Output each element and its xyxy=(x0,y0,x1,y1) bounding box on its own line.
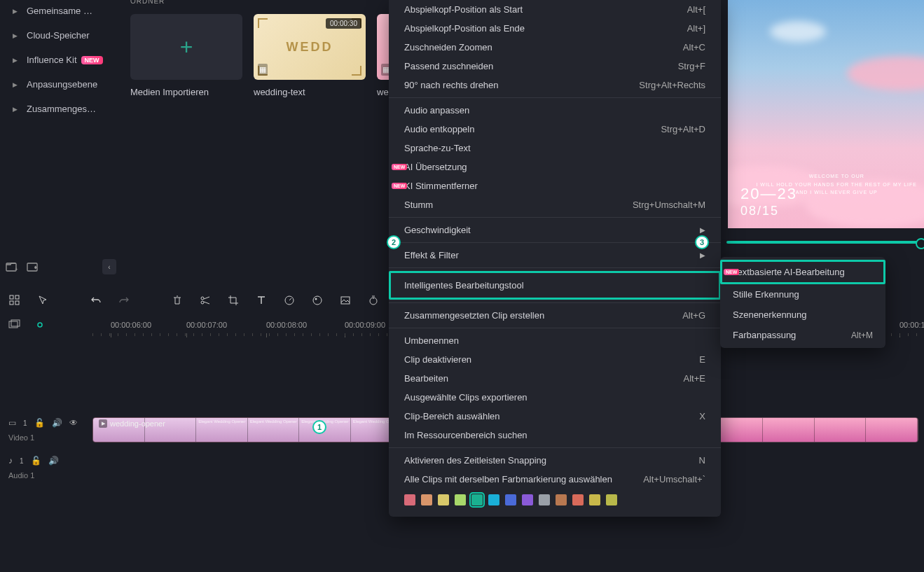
folder-move-icon[interactable] xyxy=(27,261,39,272)
play-icon: ▶ xyxy=(99,419,107,428)
media-heading: ORDNER xyxy=(130,0,165,5)
menu-item[interactable]: Sprache-zu-Text xyxy=(389,139,721,158)
menu-item[interactable]: Audio entkoppelnStrg+Alt+D xyxy=(389,120,721,139)
media-item-wedding-text[interactable]: WEDD 00:00:30 ▦ wedding-text xyxy=(254,14,366,97)
layers-icon[interactable] xyxy=(8,319,21,330)
mute-icon[interactable]: 🔊 xyxy=(48,456,59,466)
menu-item[interactable]: Ausgewählte Clips exportieren xyxy=(389,388,721,407)
svg-text:+: + xyxy=(15,266,18,272)
new-badge: NEW xyxy=(81,56,103,64)
menu-item[interactable]: 90° nach rechts drehenStrg+Alt+Rechts xyxy=(389,76,721,95)
color-swatch[interactable] xyxy=(488,494,499,505)
video-icon: ▭ xyxy=(8,418,16,428)
color-swatch[interactable] xyxy=(556,494,567,505)
folder-add-icon[interactable]: + xyxy=(6,261,18,272)
menu-item[interactable]: Umbenennen xyxy=(389,331,721,350)
menu-item[interactable]: Clip deaktivierenE xyxy=(389,350,721,369)
timer-icon[interactable] xyxy=(367,294,380,307)
svg-rect-3 xyxy=(10,295,13,299)
undo-icon[interactable] xyxy=(90,294,102,307)
preview-caption: WELCOME TO OUR I WILL HOLD YOUR HANDS FO… xyxy=(756,172,917,196)
menu-item[interactable]: Alle Clips mit derselben Farbmarkierung … xyxy=(389,470,721,489)
sidebar-item-influence[interactable]: ▶Influence KitNEW xyxy=(6,49,116,71)
sidebar-item-compound[interactable]: ▶Zusammenges… xyxy=(6,98,116,120)
menu-item[interactable]: Aktivieren des Zeitleisten SnappingN xyxy=(389,451,721,470)
menu-item[interactable]: Abspielkopf-Position als EndeAlt+] xyxy=(389,19,721,38)
menu-item[interactable]: Geschwindigkeit▶ xyxy=(389,221,721,239)
lock-icon[interactable]: 🔓 xyxy=(34,418,45,428)
chevron-right-icon: ▶ xyxy=(13,106,20,113)
color-swatch[interactable] xyxy=(606,494,617,505)
menu-item[interactable]: Abspielkopf-Position als StartAlt+[ xyxy=(389,0,721,19)
color-swatch[interactable] xyxy=(471,494,483,505)
scissors-icon[interactable] xyxy=(199,294,212,307)
svg-rect-5 xyxy=(10,301,13,305)
mute-icon[interactable]: 🔊 xyxy=(52,418,62,428)
color-swatch[interactable] xyxy=(438,494,449,505)
submenu-item[interactable]: NEWTextbasierte AI-Bearbeitung xyxy=(720,260,885,284)
lock-icon[interactable]: 🔓 xyxy=(31,456,41,466)
redo-icon[interactable] xyxy=(118,294,130,307)
plus-icon: + xyxy=(180,34,193,60)
cursor-icon[interactable] xyxy=(36,294,49,307)
audio-icon: ♪ xyxy=(8,456,13,466)
menu-item[interactable]: Zusammengesetzten Clip erstellenAlt+G xyxy=(389,306,721,325)
color-swatch[interactable] xyxy=(505,494,516,505)
text-icon[interactable] xyxy=(255,294,268,307)
menu-item[interactable]: StummStrg+Umschalt+M xyxy=(389,195,721,214)
color-swatch[interactable] xyxy=(455,494,466,505)
step-badge-2: 2 xyxy=(387,235,401,249)
svg-rect-14 xyxy=(9,321,18,328)
color-swatch[interactable] xyxy=(589,494,600,505)
duration-badge: 00:00:30 xyxy=(326,18,361,29)
menu-item[interactable]: Im Ressourcenbereich suchen xyxy=(389,426,721,445)
menu-item[interactable]: NEWAI Übersetzung xyxy=(389,158,721,176)
svg-point-7 xyxy=(201,297,204,300)
preview-date-2: 08/15 xyxy=(740,204,779,218)
color-swatch[interactable] xyxy=(539,494,550,505)
preview-panel[interactable]: 20—23 08/15 WELCOME TO OUR I WILL HOLD Y… xyxy=(728,0,924,228)
sidebar-footer: + ‹ xyxy=(6,259,116,274)
grid-icon[interactable] xyxy=(8,294,21,307)
frame-icon[interactable] xyxy=(339,294,352,307)
color-swatch[interactable] xyxy=(522,494,533,505)
svg-rect-12 xyxy=(341,297,350,304)
sidebar-item-shared[interactable]: ▶Gemeinsame … xyxy=(6,0,116,22)
chevron-right-icon: ▶ xyxy=(13,57,20,64)
menu-item[interactable]: Passend zuschneidenStrg+F xyxy=(389,57,721,76)
color-swatch[interactable] xyxy=(421,494,432,505)
submenu-item[interactable]: Stille Erkennung xyxy=(720,284,885,305)
submenu-item[interactable]: FarbanpassungAlt+M xyxy=(720,325,885,345)
crop-icon[interactable] xyxy=(227,294,240,307)
menu-item[interactable]: Effekt & Filter▶ xyxy=(389,246,721,265)
layers-icon: ▦ xyxy=(258,64,268,76)
submenu-item[interactable]: Szenenerkennung xyxy=(720,305,885,325)
svg-point-10 xyxy=(313,296,322,305)
trash-icon[interactable] xyxy=(171,294,184,307)
menu-item[interactable]: Intelligentes Bearbeitungstool xyxy=(389,271,721,300)
context-menu: Abspielkopf-Position als StartAlt+[Abspi… xyxy=(389,0,721,517)
timeline-header xyxy=(8,319,46,330)
color-icon[interactable] xyxy=(311,294,324,307)
chevron-right-icon: ▶ xyxy=(13,8,20,15)
step-badge-1: 1 xyxy=(312,420,326,434)
eye-icon[interactable]: 👁 xyxy=(69,418,78,428)
color-swatch[interactable] xyxy=(572,494,584,505)
menu-item[interactable]: Zuschneiden ZoomenAlt+C xyxy=(389,38,721,57)
speed-icon[interactable] xyxy=(283,294,296,307)
sidebar-item-adjustment[interactable]: ▶Anpasungsebene xyxy=(6,74,116,95)
chevron-right-icon: ▶ xyxy=(13,81,20,88)
color-swatch[interactable] xyxy=(404,494,415,505)
link-icon[interactable] xyxy=(34,319,46,330)
timeline-toolbar: ⋯ xyxy=(8,294,436,307)
menu-item[interactable]: Audio anpassen xyxy=(389,101,721,120)
media-import-card[interactable]: + Medien Importieren xyxy=(130,14,242,97)
sidebar-item-cloud[interactable]: ▶Cloud-Speicher xyxy=(6,25,116,46)
media-grid: + Medien Importieren WEDD 00:00:30 ▦ wed… xyxy=(130,14,391,97)
menu-item[interactable]: Clip-Bereich auswählenX xyxy=(389,407,721,426)
collapse-sidebar-button[interactable]: ‹ xyxy=(102,259,116,274)
menu-item[interactable]: NEWKI Stimmentferner xyxy=(389,176,721,195)
menu-item[interactable]: BearbeitenAlt+E xyxy=(389,369,721,388)
preview-scrubber[interactable] xyxy=(726,241,924,244)
context-submenu: NEWTextbasierte AI-BearbeitungStille Erk… xyxy=(720,257,885,348)
